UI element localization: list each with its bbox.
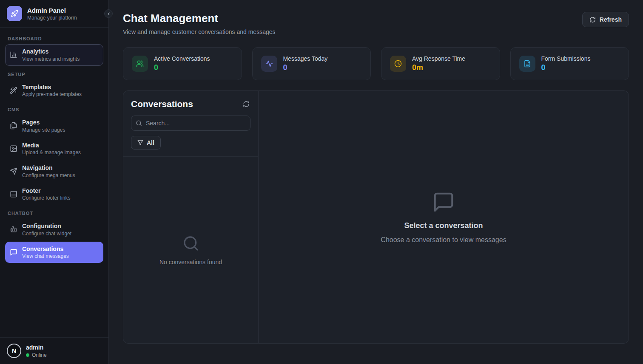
sidebar-item-title: Navigation <box>22 164 75 172</box>
rocket-logo-icon <box>7 6 22 21</box>
activity-icon <box>261 56 277 72</box>
bar-chart-icon <box>10 51 17 59</box>
bot-icon <box>10 226 17 233</box>
sidebar-item-subtitle: View metrics and insights <box>22 56 80 62</box>
conversations-empty-text: No conversations found <box>159 259 222 265</box>
section-label-dashboard: DASHBOARD <box>8 36 101 41</box>
conversations-title: Conversations <box>131 99 193 109</box>
filter-icon <box>137 140 143 146</box>
conversations-empty-state: No conversations found <box>123 156 258 343</box>
refresh-button[interactable]: Refresh <box>582 12 629 27</box>
stat-card-avg-response-time: Avg Response Time 0m <box>381 47 500 80</box>
sidebar-item-footer[interactable]: Footer Configure footer links <box>5 183 103 205</box>
stat-label: Avg Response Time <box>412 55 465 62</box>
sidebar-item-analytics[interactable]: Analytics View metrics and insights <box>5 44 103 66</box>
section-label-setup: SETUP <box>8 72 101 77</box>
sidebar-item-subtitle: View chat messages <box>22 253 69 259</box>
stat-value: 0 <box>154 63 210 72</box>
panel-bottom-icon <box>10 190 17 198</box>
sidebar-item-title: Analytics <box>22 48 80 56</box>
stat-label: Active Conversations <box>154 55 210 62</box>
search-input[interactable] <box>131 116 250 131</box>
avatar: N <box>7 344 21 358</box>
stat-label: Form Submissions <box>541 55 591 62</box>
detail-empty-subtitle: Choose a conversation to view messages <box>381 236 506 244</box>
conversation-list-column: Conversations All <box>123 91 259 343</box>
brand: Admin Panel Manage your platform <box>0 0 108 28</box>
stat-value: 0 <box>283 63 328 72</box>
pages-icon <box>10 122 17 130</box>
send-icon <box>10 167 17 175</box>
search-icon <box>182 235 199 252</box>
page-title: Chat Management <box>123 12 276 25</box>
sidebar-item-subtitle: Apply pre-made templates <box>22 91 82 97</box>
stat-value: 0m <box>412 63 465 72</box>
brand-title: Admin Panel <box>27 7 77 14</box>
wand-icon <box>10 87 17 94</box>
online-status-dot <box>26 353 29 357</box>
page-header: Chat Management View and manage customer… <box>123 12 629 35</box>
message-square-icon <box>10 248 17 256</box>
sidebar-item-navigation[interactable]: Navigation Configure mega menus <box>5 161 103 182</box>
section-label-cms: CMS <box>8 107 101 112</box>
sidebar-item-templates[interactable]: Templates Apply pre-made templates <box>5 80 103 102</box>
refresh-icon <box>243 101 250 107</box>
detail-empty-title: Select a conversation <box>404 221 483 230</box>
main-content: Chat Management View and manage customer… <box>109 0 643 364</box>
sidebar-item-title: Configuration <box>22 223 71 230</box>
conversations-refresh-button[interactable] <box>242 100 250 108</box>
stat-value: 0 <box>541 63 591 72</box>
conversations-panel: Conversations All <box>123 90 629 344</box>
clock-icon <box>390 56 406 72</box>
image-icon <box>10 145 17 152</box>
search-icon <box>136 120 142 127</box>
user-status-text: Online <box>32 352 47 358</box>
sidebar-item-title: Templates <box>22 84 82 91</box>
section-label-chatbot: CHATBOT <box>8 211 101 216</box>
sidebar-item-subtitle: Manage site pages <box>22 127 65 133</box>
sidebar-collapse-button[interactable] <box>104 9 113 18</box>
users-icon <box>132 56 148 72</box>
sidebar-item-title: Media <box>22 142 81 150</box>
refresh-button-label: Refresh <box>600 16 622 23</box>
sidebar-item-media[interactable]: Media Upload & manage images <box>5 138 103 160</box>
filter-all-button[interactable]: All <box>131 136 161 150</box>
file-text-icon <box>519 56 535 72</box>
refresh-icon <box>589 17 596 23</box>
sidebar-item-title: Conversations <box>22 245 69 253</box>
sidebar-item-pages[interactable]: Pages Manage site pages <box>5 115 103 137</box>
page-subtitle: View and manage customer conversations a… <box>123 28 276 35</box>
user-name: admin <box>26 344 47 351</box>
stat-label: Messages Today <box>283 55 328 62</box>
sidebar-item-subtitle: Upload & manage images <box>22 150 81 155</box>
sidebar: Admin Panel Manage your platform DASHBOA… <box>0 0 109 364</box>
filter-all-label: All <box>147 139 154 146</box>
message-detail-column: Select a conversation Choose a conversat… <box>259 91 629 343</box>
brand-subtitle: Manage your platform <box>27 15 77 21</box>
sidebar-item-subtitle: Configure footer links <box>22 195 70 201</box>
user-box[interactable]: N admin Online <box>0 337 108 364</box>
sidebar-item-title: Pages <box>22 119 65 127</box>
chevron-left-icon <box>106 11 111 16</box>
stat-card-active-conversations: Active Conversations 0 <box>123 47 242 80</box>
stat-card-messages-today: Messages Today 0 <box>252 47 371 80</box>
sidebar-item-title: Footer <box>22 187 70 195</box>
sidebar-item-configuration[interactable]: Configuration Configure chat widget <box>5 219 103 240</box>
sidebar-nav: DASHBOARD Analytics View metrics and ins… <box>0 28 108 337</box>
sidebar-item-subtitle: Configure mega menus <box>22 172 75 178</box>
sidebar-item-conversations[interactable]: Conversations View chat messages <box>5 242 103 263</box>
message-square-icon <box>432 191 455 214</box>
stats-row: Active Conversations 0 Messages Today 0 … <box>123 47 629 80</box>
stat-card-form-submissions: Form Submissions 0 <box>510 47 629 80</box>
sidebar-item-subtitle: Configure chat widget <box>22 231 71 237</box>
